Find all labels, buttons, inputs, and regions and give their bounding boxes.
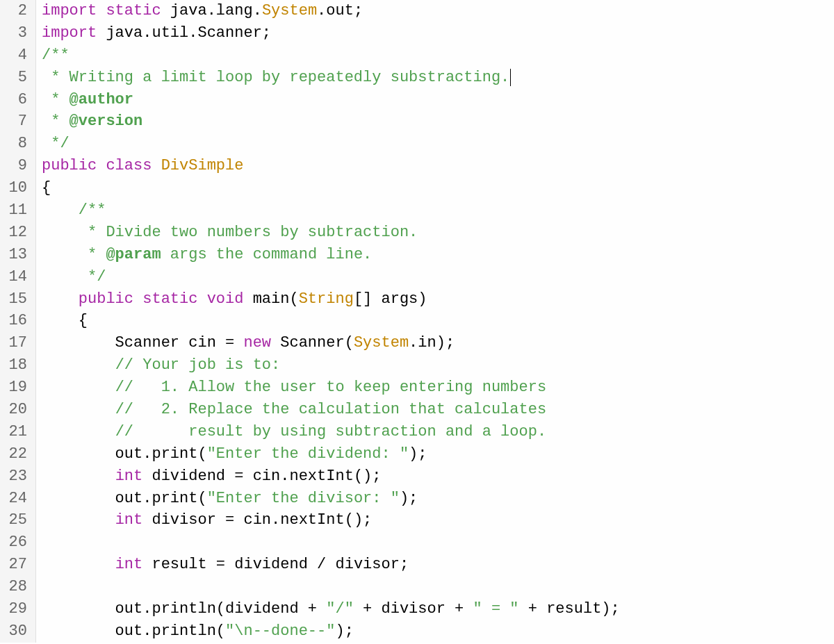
token-str: " = " xyxy=(473,600,519,618)
code-line[interactable]: // result by using subtraction and a loo… xyxy=(42,421,828,443)
token-p xyxy=(42,401,115,418)
token-comment: */ xyxy=(42,135,70,152)
token-p: + result); xyxy=(519,600,620,618)
token-p: [] args) xyxy=(354,290,427,308)
token-doctag: @author xyxy=(70,91,133,108)
code-line[interactable]: * Writing a limit loop by repeatedly sub… xyxy=(42,67,828,89)
line-number: 21 xyxy=(6,421,27,443)
token-p: out.println( xyxy=(42,622,225,640)
token-p xyxy=(42,468,115,485)
token-doctag: @param xyxy=(106,246,161,263)
token-kw: new xyxy=(243,334,271,352)
line-number: 27 xyxy=(6,554,27,576)
line-number: 23 xyxy=(6,465,27,488)
token-p: out.print( xyxy=(42,445,207,463)
token-p xyxy=(42,201,79,219)
line-number: 26 xyxy=(6,531,27,554)
code-line[interactable]: // 2. Replace the calculation that calcu… xyxy=(42,399,828,421)
token-p: ); xyxy=(409,445,427,463)
code-line[interactable]: /** xyxy=(42,44,828,67)
token-p: java.util.Scanner; xyxy=(97,24,271,42)
code-line[interactable]: */ xyxy=(42,133,828,155)
code-line[interactable]: import static java.lang.System.out; xyxy=(42,0,828,22)
line-number: 14 xyxy=(6,266,27,288)
code-line[interactable]: * @param args the command line. xyxy=(42,244,828,266)
token-comment: * Divide two numbers by subtraction. xyxy=(79,224,418,241)
line-number: 13 xyxy=(6,244,27,266)
token-p: dividend = cin.nextInt(); xyxy=(142,468,381,485)
text-cursor xyxy=(510,69,511,85)
token-comment: // 1. Allow the user to keep entering nu… xyxy=(115,379,547,396)
token-type: String xyxy=(299,290,354,308)
code-line[interactable] xyxy=(42,531,828,554)
line-number: 15 xyxy=(6,288,27,311)
code-line[interactable]: public class DivSimple xyxy=(42,155,828,177)
token-comment: // Your job is to: xyxy=(115,356,281,374)
token-p xyxy=(42,511,115,529)
code-editor-area[interactable]: import static java.lang.System.out;impor… xyxy=(36,0,834,643)
code-line[interactable]: { xyxy=(42,177,828,199)
token-comment: /** xyxy=(79,201,106,219)
token-str: "\n--done--" xyxy=(225,622,335,640)
token-p xyxy=(42,290,79,308)
token-p: main( xyxy=(243,290,298,308)
line-number: 22 xyxy=(6,443,27,465)
token-p: ); xyxy=(400,490,418,507)
line-number: 12 xyxy=(6,222,27,244)
token-p: .in); xyxy=(409,334,455,352)
token-p: Scanner( xyxy=(271,334,354,352)
line-number-gutter: 2345678910111213141516171819202122232425… xyxy=(0,0,36,643)
code-line[interactable]: int result = dividend / divisor; xyxy=(42,554,828,576)
code-line[interactable]: /** xyxy=(42,199,828,222)
line-number: 24 xyxy=(6,488,27,510)
line-number: 2 xyxy=(6,0,27,22)
token-type: DivSimple xyxy=(161,157,244,174)
token-p xyxy=(42,246,79,263)
line-number: 20 xyxy=(6,399,27,421)
token-p xyxy=(42,556,115,573)
code-line[interactable]: * Divide two numbers by subtraction. xyxy=(42,222,828,244)
code-line[interactable]: out.print("Enter the dividend: "); xyxy=(42,443,828,465)
line-number: 25 xyxy=(6,509,27,531)
code-line[interactable]: * @version xyxy=(42,110,828,133)
code-line[interactable]: int dividend = cin.nextInt(); xyxy=(42,465,828,488)
token-comment: // 2. Replace the calculation that calcu… xyxy=(115,401,547,418)
token-kw: public class xyxy=(42,157,152,174)
code-line[interactable]: import java.util.Scanner; xyxy=(42,22,828,44)
token-kw: int xyxy=(115,468,143,485)
code-line[interactable]: { xyxy=(42,310,828,332)
code-line[interactable]: // 1. Allow the user to keep entering nu… xyxy=(42,377,828,399)
token-comment: args the command line. xyxy=(161,246,373,263)
token-p: result = dividend / divisor; xyxy=(142,556,409,573)
line-number: 29 xyxy=(6,598,27,620)
token-comment: */ xyxy=(79,268,106,286)
code-line[interactable]: out.println(dividend + "/" + divisor + "… xyxy=(42,598,828,620)
line-number: 9 xyxy=(6,155,27,177)
code-line[interactable]: out.print("Enter the divisor: "); xyxy=(42,488,828,510)
token-kw: public static void xyxy=(79,290,244,308)
token-p xyxy=(42,224,79,241)
line-number: 18 xyxy=(6,354,27,377)
code-line[interactable]: * @author xyxy=(42,89,828,111)
line-number: 7 xyxy=(6,110,27,133)
code-line[interactable]: int divisor = cin.nextInt(); xyxy=(42,509,828,531)
line-number: 10 xyxy=(6,177,27,199)
code-line[interactable]: out.println("\n--done--"); xyxy=(42,620,828,643)
token-p: { xyxy=(42,312,88,329)
token-comment: /** xyxy=(42,47,70,64)
token-p xyxy=(42,379,115,396)
code-line[interactable]: */ xyxy=(42,266,828,288)
code-line[interactable] xyxy=(42,576,828,598)
token-p: + divisor + xyxy=(354,600,473,618)
line-number: 11 xyxy=(6,199,27,222)
code-line[interactable]: Scanner cin = new Scanner(System.in); xyxy=(42,332,828,354)
token-comment: // result by using subtraction and a loo… xyxy=(115,423,547,440)
code-line[interactable]: public static void main(String[] args) xyxy=(42,288,828,311)
token-kw: import static xyxy=(42,2,161,19)
token-p xyxy=(42,268,79,286)
token-p: ); xyxy=(335,622,353,640)
token-comment: * xyxy=(42,113,70,130)
line-number: 4 xyxy=(6,44,27,67)
line-number: 17 xyxy=(6,332,27,354)
code-line[interactable]: // Your job is to: xyxy=(42,354,828,377)
